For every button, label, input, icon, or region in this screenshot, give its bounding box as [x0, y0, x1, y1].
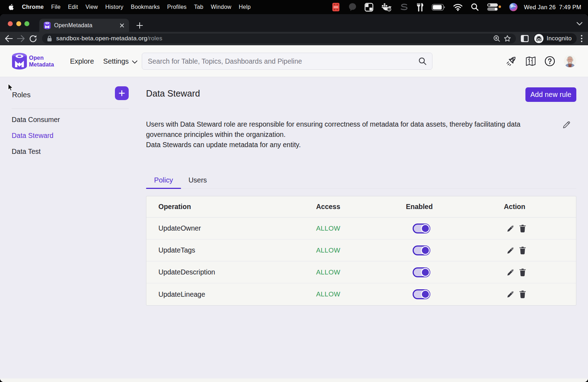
user-avatar[interactable] [564, 55, 576, 68]
operation-cell: UpdateDescription [158, 268, 215, 276]
side-panel-icon[interactable] [520, 35, 529, 42]
nav-settings[interactable]: Settings [103, 57, 138, 65]
edit-rule-button[interactable] [506, 224, 515, 233]
docker-icon[interactable] [381, 2, 392, 12]
table-row: UpdateOwner ALLOW [146, 218, 576, 239]
padlock-icon [47, 35, 52, 42]
logo-wordmark[interactable]: Open Metadata [29, 54, 54, 68]
wifi-icon[interactable] [453, 4, 463, 11]
back-button[interactable] [3, 33, 15, 45]
address-bar[interactable]: sandbox-beta.open-metadata.org/roles [42, 34, 516, 44]
delete-rule-button[interactable] [518, 224, 527, 233]
edit-rule-button[interactable] [506, 290, 515, 299]
edit-rule-button[interactable] [506, 268, 515, 277]
tab-policy[interactable]: Policy [146, 173, 181, 187]
tab-users[interactable]: Users [187, 173, 209, 187]
sidebar-item-data-consumer[interactable]: Data Consumer [12, 112, 129, 128]
tour-map-icon[interactable] [525, 56, 536, 66]
menubar-status-area: Wed Jan 26 7:49 PM [331, 0, 588, 14]
forward-arrow-icon [16, 35, 25, 42]
menubar-item-history[interactable]: History [105, 4, 123, 10]
enabled-toggle[interactable] [413, 267, 430, 277]
menubar-items: Chrome File Edit View History Bookmarks … [22, 4, 258, 10]
url-host: sandbox-beta.open-metadata.org [56, 35, 147, 42]
browser-tab[interactable]: OpenMetadata [39, 19, 129, 32]
pencil-icon [507, 290, 514, 298]
screen-record-icon[interactable] [331, 2, 340, 12]
openmetadata-logo[interactable] [12, 53, 27, 70]
tab-search-chevron-icon[interactable] [576, 21, 583, 26]
add-new-rule-button[interactable]: Add new rule [525, 87, 576, 102]
active-tab-indicator [146, 188, 181, 189]
search-icon[interactable] [418, 57, 427, 65]
table-row: UpdateTags ALLOW [146, 239, 576, 261]
column-operation: Operation [158, 203, 191, 210]
enabled-toggle[interactable] [413, 289, 430, 299]
browser-menu-icon[interactable] [581, 34, 583, 43]
menubar-item-chrome[interactable]: Chrome [22, 4, 44, 10]
pencil-icon [507, 268, 514, 276]
app-header: Open Metadata Explore Settings [0, 45, 588, 77]
macos-menubar: Chrome File Edit View History Bookmarks … [0, 0, 588, 14]
menubar-item-bookmarks[interactable]: Bookmarks [131, 4, 160, 10]
sidebar-divider [12, 109, 129, 109]
forward-button[interactable] [15, 33, 27, 45]
siri-icon[interactable] [509, 2, 518, 12]
chevron-down-icon [132, 60, 138, 64]
browser-window: OpenMetadata [0, 14, 588, 382]
pencil-icon [507, 225, 514, 232]
tabs-divider [146, 188, 576, 189]
menubar-clock[interactable]: Wed Jan 26 7:49 PM [524, 4, 581, 11]
sidebar-item-data-steward[interactable]: Data Steward [12, 128, 129, 144]
incognito-badge[interactable]: Incognito [534, 33, 577, 44]
menubar-item-tab[interactable]: Tab [194, 4, 203, 10]
access-cell: ALLOW [316, 225, 340, 232]
menubar-item-file[interactable]: File [51, 4, 61, 10]
whats-new-rocket-icon[interactable] [506, 56, 517, 67]
menubar-item-view[interactable]: View [86, 4, 98, 10]
tab-favicon-openmetadata [43, 22, 51, 29]
spotlight-icon[interactable] [471, 3, 479, 11]
edit-description-icon[interactable] [563, 121, 571, 129]
window-tile-icon[interactable] [365, 3, 373, 12]
url-path: /roles [147, 35, 162, 42]
zoom-indicator-icon[interactable] [493, 35, 501, 42]
operation-cell: UpdateTags [158, 246, 195, 254]
menubar-item-help[interactable]: Help [239, 4, 251, 10]
control-center-icon[interactable] [487, 3, 501, 11]
page-footer-strip [0, 378, 588, 382]
battery-icon[interactable] [432, 4, 445, 11]
window-close-button[interactable] [8, 21, 13, 26]
help-icon[interactable] [545, 56, 555, 66]
access-cell: ALLOW [316, 247, 340, 254]
menubar-item-profiles[interactable]: Profiles [167, 4, 187, 10]
s-app-icon[interactable] [400, 3, 408, 11]
sidebar-item-data-test[interactable]: Data Test [12, 144, 129, 160]
incognito-label: Incognito [547, 35, 572, 42]
enabled-toggle[interactable] [413, 245, 430, 255]
menubar-item-window[interactable]: Window [211, 4, 231, 10]
app-body: Roles Data Consumer Data Steward Data Te… [0, 77, 588, 378]
delete-rule-button[interactable] [518, 268, 527, 277]
bookmark-star-icon[interactable] [503, 35, 511, 42]
add-role-button[interactable] [115, 86, 129, 100]
operation-cell: UpdateOwner [158, 224, 201, 232]
browser-toolbar: sandbox-beta.open-metadata.org/roles [0, 32, 588, 45]
enabled-toggle[interactable] [413, 224, 430, 233]
notification-icon[interactable] [348, 2, 357, 12]
nav-explore[interactable]: Explore [70, 57, 94, 65]
global-search-input[interactable] [148, 57, 418, 65]
delete-rule-button[interactable] [518, 290, 527, 299]
apple-menu-icon[interactable] [8, 4, 14, 11]
reload-button[interactable] [27, 33, 39, 45]
tools-icon[interactable] [416, 2, 424, 12]
description-paragraph: Data Stewards can update metadata for an… [146, 140, 549, 150]
edit-rule-button[interactable] [506, 246, 515, 255]
window-minimize-button[interactable] [16, 21, 21, 26]
new-tab-button[interactable] [133, 19, 146, 32]
delete-rule-button[interactable] [518, 246, 527, 255]
menubar-item-edit[interactable]: Edit [68, 4, 78, 10]
incognito-icon [536, 36, 542, 41]
window-zoom-button[interactable] [24, 21, 29, 26]
tab-close-icon[interactable] [119, 23, 125, 28]
